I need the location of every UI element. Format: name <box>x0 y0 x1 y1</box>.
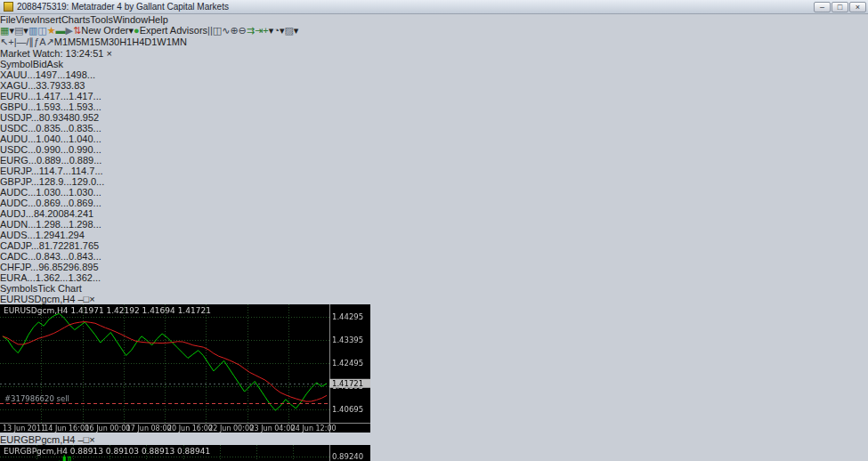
menu-charts[interactable]: Charts <box>61 14 90 25</box>
chart-close-button[interactable]: × <box>89 434 94 445</box>
market-watch-toggle-button[interactable]: ▥ <box>28 25 37 36</box>
ask-value: 1498... <box>65 69 95 80</box>
navigator-toggle-button[interactable]: ★ <box>47 25 56 36</box>
timeframe-m30-button[interactable]: M30 <box>101 36 119 47</box>
symbol-name: AUDC... <box>0 187 36 198</box>
market-watch-row[interactable]: AUDU...1.040...1.040... <box>0 133 868 144</box>
market-watch-row[interactable]: CHFJP...96.85296.895 <box>0 262 868 272</box>
bid-value: 1.040... <box>36 133 69 144</box>
terminal-toggle-button[interactable]: ▬ <box>56 25 66 36</box>
timeframe-m5-button[interactable]: M5 <box>68 36 81 47</box>
line-studies-toolbar: ↖+|—/∥ƒA↗M1M5M15M30H1H4D1W1MN <box>0 36 868 48</box>
timeframe-h1-button[interactable]: H1 <box>119 36 132 47</box>
market-watch-tab-tick-chart[interactable]: Tick Chart <box>37 283 82 294</box>
ask-value: 1.294 <box>60 230 85 240</box>
chart-window-eurusd-top[interactable]: EURUSDgcm,H4 –□× <box>0 294 868 434</box>
market-watch-row[interactable]: AUDC...1.030...1.030... <box>0 187 868 198</box>
zoom-out-icon: ⊖ <box>239 25 247 36</box>
bid-value: 0.869... <box>36 198 69 208</box>
market-watch-row[interactable]: XAGU...33.7933.83 <box>0 80 868 91</box>
menu-file[interactable]: File <box>0 14 16 25</box>
templates-dropdown-icon: ▾ <box>294 25 299 36</box>
zoom-out-button[interactable]: ⊖ <box>239 25 247 36</box>
bid-value: 1.030... <box>36 187 69 198</box>
chart-shift-button[interactable]: ⇥ <box>255 25 263 36</box>
symbol-name: USDC... <box>0 144 36 155</box>
chart-window-eurgbp[interactable]: EURGBPgcm,H4 –□× <box>0 434 868 461</box>
market-watch-row[interactable]: USDC...0.835...0.835... <box>0 123 868 133</box>
symbol-name: XAGU... <box>0 80 36 91</box>
arrows-tool-button[interactable]: ↗ <box>46 36 54 47</box>
market-watch-row[interactable]: EURU...1.417...1.417... <box>0 91 868 101</box>
market-watch-col-bid[interactable]: Bid <box>33 59 47 69</box>
market-watch-row[interactable]: AUDC...0.869...0.869... <box>0 198 868 208</box>
ask-value: 96.895 <box>69 262 99 272</box>
chart-window-titlebar[interactable]: EURUSDgcm,H4 –□× <box>0 294 868 304</box>
market-watch-row[interactable]: EURA...1.362...1.362... <box>0 272 868 283</box>
templates-button[interactable]: ▨▾ <box>284 25 298 36</box>
menu-window[interactable]: Window <box>113 14 148 25</box>
chart-canvas-eurgbp[interactable] <box>0 445 370 461</box>
market-watch-row[interactable]: USDJP...80.93480.952 <box>0 112 868 123</box>
market-watch-row[interactable]: GBPJP...128.9...129.0... <box>0 176 868 187</box>
market-watch-row[interactable]: CADC...0.843...0.843... <box>0 251 868 262</box>
expert-advisors-button[interactable]: ●Expert Advisors <box>134 25 207 36</box>
market-watch-row[interactable]: EURG...0.889...0.889... <box>0 155 868 166</box>
timeframe-m15-button[interactable]: M15 <box>81 36 100 47</box>
chart-canvas-eurusd-top[interactable] <box>0 304 370 433</box>
menu-insert[interactable]: Insert <box>37 14 61 25</box>
timeframe-m1-button[interactable]: M1 <box>54 36 68 47</box>
timeframe-mn-button[interactable]: MN <box>172 36 187 47</box>
market-watch-row[interactable]: EURJP...114.7...114.7... <box>0 166 868 176</box>
market-watch-col-symbol[interactable]: Symbol <box>0 59 33 69</box>
ask-value: 0.843... <box>69 251 101 262</box>
menu-help[interactable]: Help <box>148 14 168 25</box>
market-watch-row[interactable]: AUDS...1.2941.294 <box>0 230 868 240</box>
symbol-name: EURG... <box>0 155 37 166</box>
data-window-toggle-icon: ◫ <box>37 25 46 36</box>
strategy-tester-button[interactable]: ▶ <box>66 25 73 36</box>
indicators-button[interactable]: +▾ <box>263 25 273 36</box>
zoom-in-button[interactable]: ⊕ <box>230 25 238 36</box>
market-watch-row[interactable]: XAUU...1497...1498... <box>0 69 868 80</box>
text-tool-icon: A <box>39 36 45 47</box>
chart-close-button[interactable]: × <box>89 294 94 304</box>
market-watch-tab-symbols[interactable]: Symbols <box>0 283 37 294</box>
close-button[interactable]: × <box>849 2 866 12</box>
market-watch-row[interactable]: USDC...0.990...0.990... <box>0 144 868 155</box>
candlestick-mode-button[interactable]: ◫ <box>213 25 222 36</box>
text-tool-button[interactable]: A <box>39 36 45 47</box>
auto-scroll-button[interactable]: ⇉ <box>247 25 255 36</box>
ask-value: 1.030... <box>69 187 101 198</box>
menu-bar: FileViewInsertChartsToolsWindowHelp <box>0 14 868 25</box>
auto-scroll-icon: ⇉ <box>247 25 255 36</box>
market-watch-row[interactable]: AUDJ...84.20084.241 <box>0 208 868 219</box>
symbol-name: AUDU... <box>0 133 36 144</box>
profiles-button[interactable]: ▤▾ <box>14 25 28 36</box>
bid-value: 1.417... <box>36 91 69 101</box>
cursor-tool-button[interactable]: ↖ <box>0 36 8 47</box>
menu-tools[interactable]: Tools <box>90 14 113 25</box>
line-chart-mode-button[interactable]: ∿ <box>222 25 230 36</box>
minimize-button[interactable]: – <box>814 2 831 12</box>
market-watch-row[interactable]: CADJP...81.72281.765 <box>0 240 868 251</box>
maximize-button[interactable]: □ <box>831 2 848 12</box>
market-watch-row[interactable]: AUDN...1.298...1.298... <box>0 219 868 230</box>
market-watch-close-icon[interactable]: × <box>106 48 111 59</box>
market-watch-row[interactable]: GBPU...1.593...1.593... <box>0 101 868 112</box>
chart-window-titlebar[interactable]: EURGBPgcm,H4 –□× <box>0 434 868 445</box>
menu-view[interactable]: View <box>16 14 37 25</box>
timeframe-h4-button[interactable]: H4 <box>132 36 144 47</box>
timeframe-d1-button[interactable]: D1 <box>144 36 157 47</box>
data-window-toggle-button[interactable]: ◫ <box>37 25 46 36</box>
line-chart-mode-icon: ∿ <box>222 25 230 36</box>
market-watch-col-ask[interactable]: Ask <box>47 59 63 69</box>
title-bar: 2088475319: Metatrader 4 by Gallant Capi… <box>0 0 868 14</box>
new-order-button[interactable]: ⇅New Order▾ <box>73 25 134 36</box>
bid-value: 33.79 <box>36 80 61 91</box>
new-chart-button[interactable]: ▦▾ <box>0 25 14 36</box>
horizontal-line-tool-button[interactable]: — <box>17 36 27 47</box>
periods-button[interactable]: ◔▾ <box>273 25 284 36</box>
timeframe-w1-button[interactable]: W1 <box>157 36 172 47</box>
app-icon <box>4 2 13 12</box>
